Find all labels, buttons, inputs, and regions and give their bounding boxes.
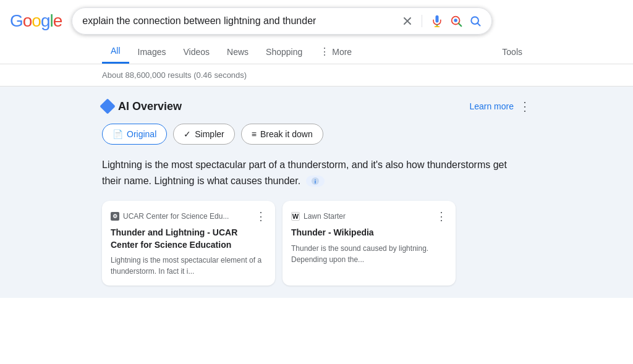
search-button[interactable] [469,15,482,27]
simpler-icon: ✓ [184,129,191,139]
source-icon-0: ⚙ [111,212,119,221]
mode-simpler-button[interactable]: ✓ Simpler [173,124,234,145]
mode-breakdown-button[interactable]: ≡ Break it down [241,124,323,145]
logo-g2: g [41,11,50,30]
source-card-header-0: ⚙ UCAR Center for Science Edu... ⋮ [111,210,266,223]
tab-all[interactable]: All [102,40,129,64]
svg-line-6 [478,23,480,26]
info-badge[interactable]: i [306,176,325,187]
search-input[interactable] [82,15,397,27]
learn-more-link[interactable]: Learn more [469,101,514,111]
results-count: About 88,600,000 results (0.46 seconds) [0,64,633,87]
logo-e: e [53,11,62,30]
source-card-site-0: ⚙ UCAR Center for Science Edu... [111,212,229,221]
source-icon-1: W [291,212,300,221]
mode-original-button[interactable]: 📄 Original [102,124,167,145]
search-bar-wrapper [72,7,492,35]
original-icon: 📄 [113,129,123,139]
tools-button[interactable]: Tools [493,41,531,63]
tab-news[interactable]: News [218,41,257,63]
mode-buttons: 📄 Original ✓ Simpler ≡ Break it down [102,124,531,145]
source-card-1[interactable]: W Lawn Starter ⋮ Thunder - Wikipedia Thu… [283,201,456,286]
microphone-icon [431,15,443,27]
breakdown-icon: ≡ [252,129,257,139]
svg-point-3 [454,19,458,22]
clear-icon [402,15,413,27]
nav-tabs: All Images Videos News Shopping ⋮ More T… [0,40,633,64]
tab-more[interactable]: ⋮ More [311,40,360,64]
ai-content: Lightning is the most spectacular part o… [102,157,522,188]
ai-overview-title: AI Overview [102,100,182,113]
breakdown-label: Break it down [260,129,313,139]
svg-text:i: i [314,179,315,185]
source-card-title-0: Thunder and Lightning - UCAR Center for … [111,227,266,251]
header: Google [0,0,633,40]
source-card-menu-1[interactable]: ⋮ [436,210,447,223]
source-site-name-0: UCAR Center for Science Edu... [123,212,229,221]
logo-o2: o [32,11,41,30]
source-card-menu-0[interactable]: ⋮ [255,210,266,223]
tab-images[interactable]: Images [129,41,175,63]
source-cards: ⚙ UCAR Center for Science Edu... ⋮ Thund… [102,201,531,286]
source-card-header-1: W Lawn Starter ⋮ [291,210,447,223]
ai-overview-actions: Learn more ⋮ [469,99,531,114]
lens-icon [449,14,463,28]
source-site-name-1: Lawn Starter [304,212,346,221]
logo-o1: o [23,11,32,30]
source-card-title-1: Thunder - Wikipedia [291,227,447,239]
info-icon: i [311,177,320,185]
search-divider [422,15,422,27]
ai-diamond-icon [100,98,115,114]
source-card-snippet-0: Lightning is the most spectacular elemen… [111,255,266,277]
tab-videos[interactable]: Videos [174,41,218,63]
search-bar [72,7,492,35]
source-card-0[interactable]: ⚙ UCAR Center for Science Edu... ⋮ Thund… [102,201,275,286]
svg-line-4 [459,23,461,26]
google-logo: Google [10,11,62,31]
source-card-snippet-1: Thunder is the sound caused by lightning… [291,243,447,265]
ai-content-text: Lightning is the most spectacular part o… [102,159,507,186]
tab-shopping[interactable]: Shopping [257,41,311,63]
ai-overview-title-text: AI Overview [118,100,182,113]
search-icon [469,15,482,27]
original-label: Original [127,129,156,139]
simpler-label: Simpler [195,129,224,139]
more-dots-icon: ⋮ [320,46,329,57]
logo-g: G [10,11,23,30]
ai-overview-dots-icon[interactable]: ⋮ [519,99,531,114]
source-card-site-1: W Lawn Starter [291,212,346,221]
search-icons [402,14,482,28]
voice-search-button[interactable] [431,15,443,27]
lens-button[interactable] [449,14,463,28]
clear-button[interactable] [402,15,413,27]
ai-overview-header: AI Overview Learn more ⋮ [102,99,531,114]
ai-overview-section: AI Overview Learn more ⋮ 📄 Original ✓ Si… [0,87,633,298]
